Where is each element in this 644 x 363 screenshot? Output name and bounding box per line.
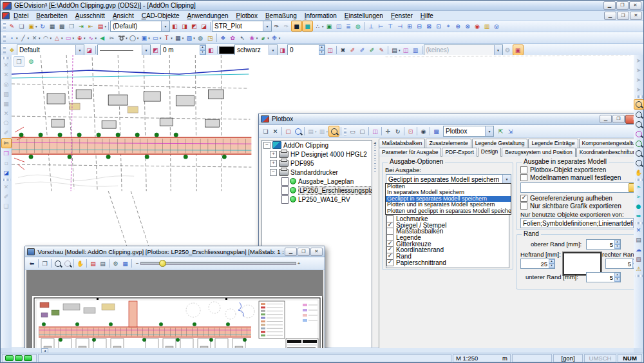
export-icon[interactable] <box>86 21 96 31</box>
save-icon[interactable] <box>48 21 57 31</box>
preview-icon[interactable] <box>328 126 339 137</box>
status-angle-field[interactable]: [gon] <box>553 354 583 362</box>
save-view-icon[interactable] <box>120 259 130 268</box>
menu-bemassung[interactable]: Bemaßung <box>261 12 301 19</box>
find-plotbox-icon[interactable] <box>293 126 303 136</box>
edit-tool-icon[interactable] <box>2 61 11 70</box>
expand-icon[interactable]: + <box>270 160 277 167</box>
top-margin-stepper[interactable]: ▲▼ <box>614 240 620 249</box>
point-symbol-icon[interactable] <box>291 21 302 32</box>
linestyle-id-icon[interactable] <box>151 45 160 55</box>
edit-tool-icon[interactable] <box>2 128 11 137</box>
info-tool-icon[interactable] <box>2 168 11 177</box>
top-margin-field[interactable]: 5 ▲▼ <box>586 239 621 250</box>
symbol-tool-icon[interactable] <box>247 33 257 43</box>
slider-thumb[interactable] <box>159 260 166 267</box>
tree-node-printer[interactable]: + PDF995 <box>262 159 372 168</box>
spline-icon[interactable] <box>86 33 96 43</box>
right-margin-stepper[interactable]: ▲▼ <box>632 259 634 268</box>
coord-tool-icon[interactable] <box>405 21 415 31</box>
layer-id-icon[interactable] <box>84 45 94 55</box>
coord-tool-icon[interactable] <box>473 21 482 31</box>
resize-plotbox-icon[interactable] <box>406 126 415 136</box>
plotbox-restore-button[interactable]: ❐ <box>612 115 625 123</box>
import-icon[interactable] <box>77 21 86 31</box>
pointer-tool-icon[interactable] <box>7 21 17 31</box>
tab-parameter-fuer-ausgabe[interactable]: Parameter für Ausgabe <box>379 148 441 157</box>
clip-tool-icon[interactable] <box>1 138 12 148</box>
flip-icon[interactable] <box>97 33 107 43</box>
point-symbol-alt-icon[interactable] <box>302 21 313 32</box>
viewport-icon[interactable] <box>151 33 160 43</box>
bottom-margin-field[interactable]: 5 ▲▼ <box>586 272 621 282</box>
pen-copy-icon[interactable] <box>377 45 386 55</box>
factor-id-icon[interactable] <box>325 45 335 55</box>
style-tool-icon[interactable] <box>199 21 209 31</box>
tree-node-printer[interactable]: + HP Designjet 4000 HPGL2 <box>262 150 372 159</box>
zoom-out-icon[interactable] <box>62 259 72 268</box>
checkbox-plotbox-objekt-exportieren[interactable]: Plotbox-Objekt exportieren <box>520 166 606 173</box>
preview-content[interactable] <box>26 270 323 348</box>
menu-einstellungen[interactable]: Einstellungen <box>341 12 387 19</box>
drawing-canvas[interactable]: Plotbox ▁ ❐ ✕ ▾ ▾ <box>12 55 634 348</box>
dropdown-option[interactable]: Plotten und in separates Modell speicher… <box>386 202 511 208</box>
coord-tool-icon[interactable] <box>415 21 424 31</box>
plot-style-combo[interactable]: STR_Plot▼ <box>212 21 272 32</box>
coord-tool-icon[interactable] <box>482 21 492 31</box>
tab-komponentengestaltung[interactable]: Komponentengestaltung <box>579 139 634 148</box>
minimize-button[interactable]: ▁ <box>603 1 616 10</box>
edit-tool-icon[interactable] <box>2 192 11 201</box>
zoom-plus-icon[interactable]: + <box>298 260 301 266</box>
visibility-icon[interactable] <box>419 126 428 136</box>
menu-plotbox[interactable]: Plotbox <box>232 12 261 19</box>
polyline-icon[interactable] <box>30 33 39 43</box>
coord-tool-icon[interactable] <box>453 21 463 31</box>
window-split-icon[interactable] <box>401 45 411 55</box>
dropdown-option[interactable]: In separates Modell speichern <box>386 190 511 195</box>
plot-output-icon[interactable] <box>317 126 327 136</box>
new-document-icon[interactable] <box>17 21 26 31</box>
style-tool-icon[interactable] <box>180 21 189 31</box>
menu-cad-objekte[interactable]: CAD-Objekte <box>138 12 184 19</box>
snap-point-icon[interactable] <box>634 192 643 201</box>
pen-green-icon[interactable] <box>367 45 377 55</box>
factor-stepper[interactable]: ▲▼ <box>319 45 325 55</box>
pen-edit-disabled-icon[interactable] <box>281 21 291 31</box>
menu-anwendungen[interactable]: Anwendungen <box>184 12 232 19</box>
checkbox-georeferenzierung-aufheben[interactable]: Georeferenzierung aufheben <box>520 195 612 202</box>
edit-tool-icon[interactable] <box>2 70 11 79</box>
pen-red-icon[interactable] <box>348 45 357 55</box>
menu-bearbeiten[interactable]: Bearbeiten <box>32 12 71 19</box>
dropdown-option[interactable]: Plotten <box>386 184 511 190</box>
overlay-apply-icon[interactable] <box>503 45 513 55</box>
checkbox-modellnamen-manuell[interactable]: Modellnamen manuell festlegen <box>520 174 621 181</box>
zoom-in-icon[interactable] <box>53 259 62 268</box>
tab-bezugssystem-und-position[interactable]: Bezugssystem und Position <box>502 148 575 157</box>
line-icon[interactable] <box>19 33 28 43</box>
coord-tool-icon[interactable] <box>366 21 376 31</box>
coord-tool-icon[interactable] <box>444 21 453 31</box>
split-plotbox-icon[interactable] <box>370 126 380 136</box>
layers-icon[interactable] <box>390 45 399 55</box>
zoom-in-icon[interactable] <box>634 110 643 119</box>
print-icon[interactable] <box>98 259 108 268</box>
import-plotbox-icon[interactable] <box>496 126 506 136</box>
overlay-edit-icon[interactable] <box>513 44 524 55</box>
pen-edit-icon[interactable] <box>272 21 281 31</box>
left-margin-stepper[interactable]: ▲▼ <box>549 259 554 268</box>
browse-folder-icon[interactable] <box>629 183 634 192</box>
pan-icon[interactable] <box>75 259 85 268</box>
clipboard-icon[interactable] <box>634 235 643 244</box>
edit-tool-icon[interactable] <box>2 182 11 191</box>
text-icon[interactable] <box>162 33 171 43</box>
plotbox-type-combo[interactable]: Plotbox▼ <box>443 126 494 137</box>
edit-tool-icon[interactable] <box>2 109 11 118</box>
zoom-selection-icon[interactable] <box>634 130 643 139</box>
save-all-icon[interactable] <box>57 21 67 31</box>
tree-leaf-plot-selected[interactable]: LP250_Erschliessungsplan <box>262 186 372 195</box>
select-plotbox-icon[interactable] <box>283 126 293 136</box>
copy-model-icon[interactable] <box>67 21 77 31</box>
snap-point-icon[interactable] <box>634 182 643 191</box>
zoom-minus-icon[interactable]: − <box>136 260 139 266</box>
stack-view-icon[interactable] <box>344 21 354 31</box>
